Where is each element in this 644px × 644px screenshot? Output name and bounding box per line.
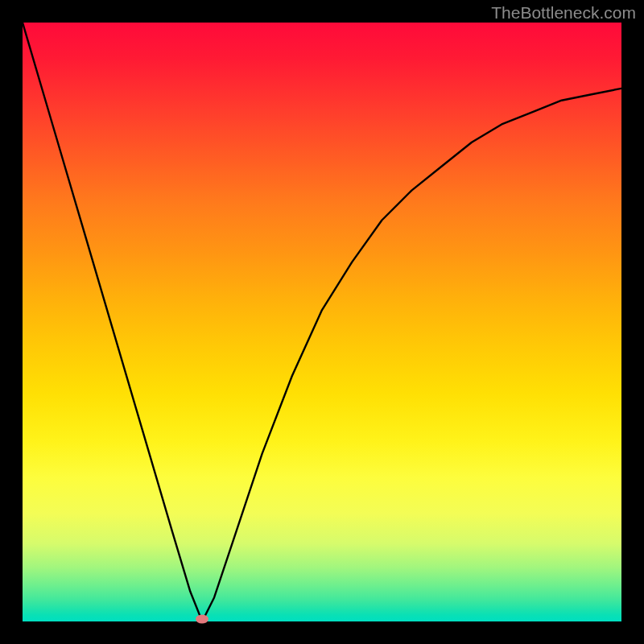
optimum-marker	[196, 615, 208, 624]
bottleneck-curve	[23, 23, 621, 621]
plot-area	[23, 23, 621, 621]
chart-container: TheBottleneck.com	[0, 0, 644, 644]
watermark-text: TheBottleneck.com	[491, 3, 636, 23]
curve-layer	[23, 23, 621, 621]
